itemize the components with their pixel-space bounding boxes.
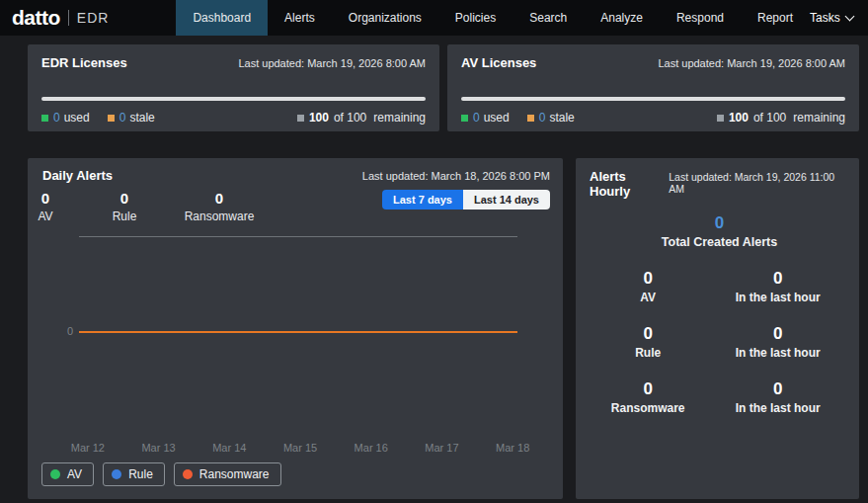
daily-rule-label: Rule [103,210,146,223]
daily-av-label: AV [28,210,63,223]
dashboard-content: EDR Licenses Last updated: March 19, 202… [0,36,868,499]
used-swatch [41,115,48,122]
hourly-av-count: 0 [590,269,706,289]
daily-ransomware-count: 0 [174,190,265,207]
hourly-ransomware-count: 0 [590,379,706,399]
top-nav: datto EDR Dashboard Alerts Organizations… [0,0,868,36]
chart-ytick-0: 0 [55,325,73,337]
legend-rule-label: Rule [128,467,153,481]
used-swatch [461,115,468,122]
main-menu: Dashboard Alerts Organizations Policies … [176,0,810,36]
edr-licenses-title: EDR Licenses [41,55,127,70]
hourly-row-ransomware: 0 Ransomware 0 In the last hour [590,379,849,415]
ransomware-dot-icon [183,469,193,479]
tab-search[interactable]: Search [513,0,584,36]
xtick: Mar 15 [265,442,336,454]
hourly-av-lasthour-label: In the last hour [706,291,849,304]
hourly-row-av: 0 AV 0 In the last hour [590,269,849,304]
remaining-count: 100 [309,111,329,125]
hourly-ransomware-lasthour-count: 0 [706,379,849,399]
used-label: used [484,111,510,125]
stale-label: stale [129,111,154,125]
daily-ransomware-label: Ransomware [174,210,265,223]
tasks-menu[interactable]: Tasks [810,11,853,25]
chart-legend: AV Rule Ransomware [41,462,281,486]
legend-chip-av[interactable]: AV [41,462,94,486]
used-count: 0 [53,111,60,125]
av-licenses-title: AV Licenses [461,55,536,70]
av-licenses-last-updated: Last updated: March 19, 2026 8:00 AM [658,57,845,69]
chart-top-gridline [79,236,517,237]
legend-ransomware-label: Ransomware [199,467,270,481]
xtick: Mar 17 [407,442,478,454]
alerts-hourly-title: Alerts Hourly [590,169,669,199]
tab-alerts[interactable]: Alerts [268,0,332,36]
used-count: 0 [473,111,480,125]
remaining-swatch [717,115,724,122]
chart-x-axis: Mar 12 Mar 13 Mar 14 Mar 15 Mar 16 Mar 1… [52,442,548,454]
daily-stat-rule: 0 Rule [103,190,146,223]
av-license-usage-bar [461,97,845,101]
hourly-av-label: AV [590,291,706,304]
daily-alerts-card: Daily Alerts Last updated: March 18, 202… [28,158,563,499]
app-logo[interactable]: datto EDR [0,0,124,36]
daily-stat-ransomware: 0 Ransomware [174,190,265,223]
total-created-label: Total Created Alerts [590,235,849,249]
tab-policies[interactable]: Policies [438,0,513,36]
hourly-rule-lasthour-count: 0 [706,324,849,344]
xtick: Mar 18 [477,442,548,454]
tab-organizations[interactable]: Organizations [332,0,438,36]
stale-swatch [527,115,534,122]
hourly-ransomware-label: Ransomware [590,401,706,415]
total-created-alerts: 0 Total Created Alerts [590,213,849,249]
daily-av-count: 0 [28,190,63,207]
remaining-label: remaining [373,111,426,125]
daily-stat-av: 0 AV [28,190,63,223]
hourly-av-lasthour-count: 0 [706,269,849,289]
stale-swatch [108,115,115,122]
hourly-row-rule: 0 Rule 0 In the last hour [590,324,849,360]
edr-license-usage-bar [41,97,426,101]
tab-dashboard[interactable]: Dashboard [176,0,268,36]
hourly-ransomware-lasthour-label: In the last hour [706,401,849,415]
legend-av-label: AV [67,467,82,481]
brand-name: datto [12,6,60,30]
used-label: used [64,111,90,125]
remaining-of: of 100 [334,111,366,125]
hourly-stats: 0 AV 0 In the last hour 0 Rule 0 [590,269,849,415]
av-dot-icon [50,469,60,479]
daily-alerts-last-updated: Last updated: March 18, 2026 8:00 PM [362,170,550,182]
xtick: Mar 16 [336,442,407,454]
xtick: Mar 14 [194,442,265,454]
stale-count: 0 [119,111,126,125]
total-created-count: 0 [590,213,849,233]
hourly-rule-label: Rule [590,346,706,360]
tab-analyze[interactable]: Analyze [584,0,660,36]
remaining-swatch [297,115,304,122]
tab-report[interactable]: Report [741,0,810,36]
edr-licenses-last-updated: Last updated: March 19, 2026 8:00 AM [238,57,426,69]
hourly-rule-lasthour-label: In the last hour [706,346,849,360]
daily-alerts-title: Daily Alerts [42,168,113,183]
remaining-of: of 100 [753,111,786,125]
legend-chip-ransomware[interactable]: Ransomware [174,462,281,486]
product-name: EDR [77,10,110,26]
remaining-count: 100 [729,111,749,125]
chart-line-ransomware [79,331,517,333]
edr-licenses-card: EDR Licenses Last updated: March 19, 202… [28,44,439,131]
hourly-rule-count: 0 [590,324,706,344]
legend-chip-rule[interactable]: Rule [103,462,165,486]
logo-divider [68,10,69,26]
xtick: Mar 12 [52,442,123,454]
alerts-hourly-last-updated: Last updated: March 19, 2026 11:00 AM [669,171,849,195]
av-license-legend: 0 used 0 stale 100 of 100 remaining [461,111,845,125]
date-range-toggle: Last 7 days Last 14 days [382,190,550,210]
edr-license-legend: 0 used 0 stale 100 of 100 remaining [41,111,426,125]
remaining-label: remaining [793,111,845,125]
last-7-days-button[interactable]: Last 7 days [382,190,463,210]
stale-label: stale [549,111,574,125]
alerts-hourly-card: Alerts Hourly Last updated: March 19, 20… [576,158,859,499]
stale-count: 0 [539,111,546,125]
tab-respond[interactable]: Respond [660,0,741,36]
last-14-days-button[interactable]: Last 14 days [463,190,550,210]
